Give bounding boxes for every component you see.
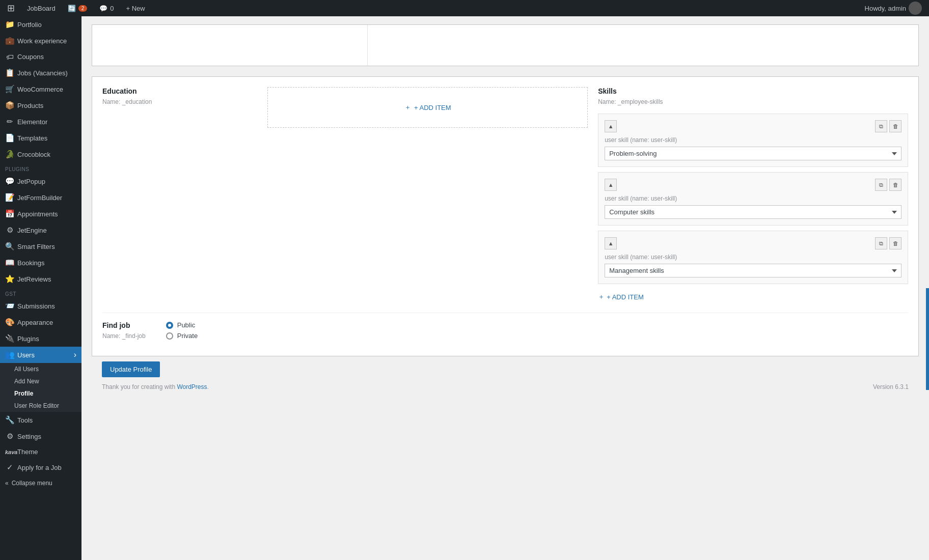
sidebar-item-smart-filters[interactable]: 🔍 Smart Filters [0,238,81,255]
sidebar-item-woocommerce[interactable]: 🛒 WooCommerce [0,81,81,97]
sidebar-item-appearance[interactable]: 🎨 Appearance [0,314,81,330]
sidebar-item-bookings[interactable]: 📖 Bookings [0,255,81,271]
sidebar-item-apply-for-job[interactable]: ✓ Apply for a Job [0,459,81,475]
sidebar-item-label: Appointments [17,210,58,218]
skill-3-delete-btn[interactable]: 🗑 [889,237,901,249]
sidebar-item-templates[interactable]: 📄 Templates [0,130,81,146]
admin-bar-right: Howdy, admin [862,2,925,15]
sidebar-item-settings[interactable]: ⚙ Settings [0,428,81,444]
sidebar-item-theme[interactable]: kava Theme [0,444,81,459]
collapse-menu-button[interactable]: « Collapse menu [0,475,81,491]
elementor-icon: ✏ [5,117,14,126]
scrollbar-thumb[interactable] [926,288,929,390]
site-name-label: JobBoard [27,5,56,12]
sidebar-item-jetreviews[interactable]: ⭐ JetReviews [0,271,81,287]
updates-icon: 🔄 [68,5,76,12]
sidebar-item-jetengine[interactable]: ⚙ JetEngine [0,222,81,238]
sidebar-item-appointments[interactable]: 📅 Appointments [0,206,81,222]
skill-3-select[interactable]: Problem-solving Computer skills Manageme… [605,264,901,277]
find-job-radios: Public Private [166,321,198,340]
work-experience-icon: 💼 [5,36,14,45]
sidebar-item-submissions[interactable]: 📨 Submissions [0,298,81,314]
skill-2-up-btn[interactable]: ▲ [605,179,617,191]
sidebar-item-label: JetFormBuilder [17,194,62,202]
sidebar-item-tools[interactable]: 🔧 Tools [0,412,81,428]
coupons-icon: 🏷 [5,52,14,61]
sidebar-item-label: Portfolio [17,21,42,29]
sidebar-item-products[interactable]: 📦 Products [0,97,81,114]
comments-item[interactable]: 💬 0 [96,0,117,16]
skill-2-select[interactable]: Problem-solving Computer skills Manageme… [605,205,901,219]
main-content: Education Name: _education ＋ + ADD ITEM [81,16,929,560]
comments-icon: 💬 [99,5,107,12]
submenu-user-role-editor[interactable]: User Role Editor [0,400,81,412]
sidebar-item-work-experience[interactable]: 💼 Work experience [0,33,81,49]
find-job-left: Find job Name: _find-job [102,321,146,346]
sidebar-item-portfolio[interactable]: 📁 Portfolio [0,16,81,33]
update-count: 2 [78,5,88,12]
add-skill-plus: ＋ [598,292,605,301]
skill-1-up-btn[interactable]: ▲ [605,120,617,132]
sidebar-item-coupons[interactable]: 🏷 Coupons [0,49,81,65]
sidebar-item-plugins[interactable]: 🔌 Plugins [0,330,81,347]
sidebar-item-label: Jobs (Vacancies) [17,69,68,77]
sidebar: 📁 Portfolio 💼 Work experience 🏷 Coupons … [0,16,81,560]
skill-3-copy-btn[interactable]: ⧉ [875,237,887,249]
skills-meta: Name: _employee-skills [598,98,908,105]
add-new-label: Add New [14,378,39,385]
skill-2-delete-btn[interactable]: 🗑 [889,179,901,191]
new-item[interactable]: + New [123,0,148,16]
admin-bar: ⊞ JobBoard 🔄 2 💬 0 + New Howdy, admin [0,0,929,16]
add-skill-btn[interactable]: ＋ + ADD ITEM [598,289,644,304]
skill-2-controls-right: ⧉ 🗑 [875,179,901,191]
top-card [92,24,919,66]
wp-logo[interactable]: ⊞ [4,0,18,16]
find-job-meta: Name: _find-job [102,332,146,340]
skill-1-controls-right: ⧉ 🗑 [875,120,901,132]
updates-item[interactable]: 🔄 2 [65,0,91,16]
user-role-editor-label: User Role Editor [14,402,59,409]
sidebar-item-jetformbuilder[interactable]: 📝 JetFormBuilder [0,189,81,206]
skill-3-controls-right: ⧉ 🗑 [875,237,901,249]
appearance-icon: 🎨 [5,318,14,327]
submenu-all-users[interactable]: All Users [0,363,81,375]
skill-1-delete-btn[interactable]: 🗑 [889,120,901,132]
submenu-profile[interactable]: Profile [0,387,81,400]
sidebar-item-elementor[interactable]: ✏ Elementor [0,114,81,130]
sidebar-item-jobs[interactable]: 📋 Jobs (Vacancies) [0,65,81,81]
skill-1-copy-btn[interactable]: ⧉ [875,120,887,132]
sidebar-item-label: Plugins [17,335,39,343]
greeting-label: Howdy, admin [865,5,906,12]
plugins-section-label: plugins [0,162,81,173]
skill-1-controls: ▲ ⧉ 🗑 [605,120,901,132]
skill-1-select[interactable]: Problem-solving Computer skills Manageme… [605,147,901,160]
scrollbar-track[interactable] [926,16,929,560]
add-education-item-box[interactable]: ＋ + ADD ITEM [267,87,588,128]
sidebar-item-crocoblock[interactable]: 🐊 Crocoblock [0,146,81,162]
new-label: + New [126,5,145,12]
radio-private[interactable] [166,332,173,340]
wordpress-link[interactable]: WordPress [177,383,207,390]
sidebar-item-label: Work experience [17,37,67,45]
skill-1-controls-left: ▲ [605,120,617,132]
bookings-icon: 📖 [5,258,14,267]
site-name[interactable]: JobBoard [24,0,59,16]
submenu-add-new[interactable]: Add New [0,375,81,387]
skill-2-copy-btn[interactable]: ⧉ [875,179,887,191]
update-profile-button[interactable]: Update Profile [102,361,160,377]
sidebar-item-label: Users [17,351,35,359]
howdy-admin[interactable]: Howdy, admin [862,2,925,15]
avatar [909,2,922,15]
sidebar-item-jetpopup[interactable]: 💬 JetPopup [0,173,81,189]
sidebar-item-label: Smart Filters [17,243,55,250]
skill-2-label: user skill (name: user-skill) [605,195,901,202]
skill-3-up-btn[interactable]: ▲ [605,237,617,249]
sidebar-item-users[interactable]: 👥 Users › [0,347,81,363]
profile-label: Profile [14,390,33,397]
templates-icon: 📄 [5,133,14,143]
radio-public[interactable] [166,322,173,329]
sidebar-item-label: JetReviews [17,275,51,283]
skill-2-controls-left: ▲ [605,179,617,191]
add-skill-label: + ADD ITEM [607,293,644,301]
settings-icon: ⚙ [5,432,14,441]
